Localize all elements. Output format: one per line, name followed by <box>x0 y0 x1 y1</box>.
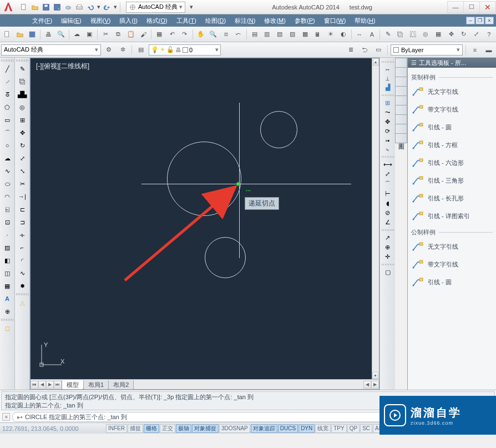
undo-icon[interactable] <box>85 2 95 12</box>
dim-ord-icon[interactable]: ⊢ <box>385 190 391 198</box>
status-toggle-tpy[interactable]: TPY <box>331 424 346 433</box>
xline-icon[interactable]: ⟋ <box>1 76 13 87</box>
plot-icon[interactable]: 🖶 <box>42 28 54 41</box>
layer-state-icon[interactable]: ▭ <box>372 44 384 56</box>
palette-item[interactable]: 引线 - 方框 <box>409 136 495 154</box>
zoom-rt-icon[interactable]: 🔍 <box>207 28 219 41</box>
palette-item[interactable]: 带文字引线 <box>409 100 495 118</box>
status-toggle-对象捕捉[interactable]: 对象捕捉 <box>192 424 219 433</box>
dim-ang-icon[interactable]: ∠ <box>385 219 391 226</box>
offset-icon[interactable]: ◎ <box>16 102 28 113</box>
move2-icon[interactable]: ✥ <box>385 118 390 125</box>
help-icon[interactable]: ? <box>483 28 495 41</box>
markup-icon[interactable]: ▩ <box>299 28 311 41</box>
polyline-icon[interactable]: ᘔ <box>1 89 13 100</box>
palette-item[interactable]: 引线 - 详图索引 <box>409 207 495 225</box>
menu-n[interactable]: 标注(N) <box>230 14 260 27</box>
tab-first-icon[interactable]: ⏮ <box>31 381 38 389</box>
chamfer-icon[interactable]: ⌐ <box>16 242 28 253</box>
palette-item[interactable]: 引线 - 六边形 <box>409 154 495 172</box>
hatch-icon[interactable]: ▨ <box>1 242 13 253</box>
mirror-icon[interactable]: ▟▙ <box>16 89 28 100</box>
status-toggle-dyn[interactable]: DYN <box>298 424 315 433</box>
text-icon[interactable]: A <box>366 28 378 41</box>
tab-layout2[interactable]: 布局2 <box>108 380 134 390</box>
tolerance-icon[interactable]: ⊕ <box>385 244 390 251</box>
maximize-button[interactable]: ☐ <box>463 1 480 13</box>
menu-f[interactable]: 文件(F) <box>28 14 57 27</box>
align-icon[interactable]: ⍀ <box>386 146 389 153</box>
paste-icon[interactable]: 📋 <box>125 28 137 41</box>
mtext-icon[interactable]: A <box>1 293 13 304</box>
rotate2-icon[interactable]: ⟳ <box>385 128 390 135</box>
tool-palette-body[interactable]: 英制样例 无文字引线带文字引线引线 - 圆引线 - 方框引线 - 六边形引线 -… <box>408 68 496 390</box>
palette-tab[interactable]: 机械 <box>395 95 407 105</box>
polygon-icon[interactable]: ⬠ <box>1 102 13 113</box>
break1-icon[interactable]: ⊏ <box>16 204 28 215</box>
table-icon[interactable]: ▦ <box>1 280 13 291</box>
grip-icon[interactable] <box>382 229 394 231</box>
undo-drop-icon[interactable]: ▾ <box>97 2 101 12</box>
color-combo[interactable]: ByLayer ▾ <box>391 44 463 56</box>
rotate-icon[interactable]: ↻ <box>458 28 470 41</box>
centermark-icon[interactable]: ✛ <box>385 253 390 260</box>
mdi-restore-button[interactable]: ❐ <box>475 17 484 24</box>
status-toggle-infer[interactable]: INFER <box>106 424 127 433</box>
redo-icon[interactable] <box>102 2 112 12</box>
palette-item[interactable]: 无文字引线 <box>409 83 495 100</box>
grip-icon[interactable] <box>16 59 28 62</box>
palette-tab[interactable]: 电力 <box>395 105 407 115</box>
blend-icon[interactable]: ∿ <box>16 268 28 279</box>
workspace-quick-combo[interactable]: AutoCAD 经典 ▾ <box>126 2 185 13</box>
circle-icon[interactable]: ○ <box>1 140 13 151</box>
mdi-minimize-button[interactable]: – <box>466 17 475 24</box>
palette-item[interactable]: 引线 - 圆 <box>409 118 495 136</box>
block-icon[interactable]: ▦ <box>153 28 165 41</box>
rectangle-icon[interactable]: ▭ <box>1 114 13 125</box>
palette-item[interactable]: 引线 - 长孔形 <box>409 189 495 207</box>
tp-icon[interactable]: ▧ <box>274 28 286 41</box>
palette-tab[interactable]: 结构 <box>395 124 407 134</box>
saveas-icon[interactable] <box>52 2 62 12</box>
scroll-right-icon[interactable]: ▶ <box>371 381 379 389</box>
pan-icon[interactable]: ✋ <box>195 28 207 41</box>
status-toggle-正交[interactable]: 正交 <box>160 424 175 433</box>
drawing-canvas[interactable]: [-][俯视][二维线框] ⌖ ⋯ 递延切点 YX <box>31 58 379 379</box>
erase-icon[interactable]: ✎ <box>16 63 28 74</box>
zoom-prev-icon[interactable]: ⤺ <box>232 28 245 41</box>
minimize-button[interactable]: — <box>447 1 464 13</box>
palette-item[interactable]: 引线 - 三角形 <box>409 172 495 189</box>
array-icon[interactable]: ▦ <box>432 28 444 41</box>
scroll-left-icon[interactable]: ◀ <box>363 381 371 389</box>
move-icon[interactable]: ✥ <box>445 28 457 41</box>
linetype-icon[interactable]: ≡ <box>469 44 481 56</box>
block-icon[interactable]: ⊡ <box>1 217 13 228</box>
copy-icon[interactable]: ⧉ <box>112 28 124 41</box>
qat-overflow-icon[interactable]: ▾ <box>186 2 196 12</box>
distance-icon[interactable]: ↔ <box>384 66 391 73</box>
palette-item[interactable]: 无文字引线 <box>409 238 495 255</box>
cut-icon[interactable]: ✂ <box>99 28 112 41</box>
mirror-icon[interactable]: ▟ <box>386 84 390 91</box>
trim-icon[interactable]: ✂ <box>16 178 28 189</box>
coords-readout[interactable]: 122.7691, 213.0645, 0.0000 <box>0 425 105 432</box>
lineweight-icon[interactable]: ▬ <box>483 44 495 56</box>
fillet-icon[interactable]: ◜ <box>16 255 28 266</box>
arc-icon[interactable]: ⌒ <box>1 127 13 138</box>
palette-tab[interactable]: 建模 <box>395 58 407 68</box>
snap-end-icon[interactable]: ◻ <box>1 323 13 334</box>
status-toggle-3dosnap[interactable]: 3DOSNAP <box>219 424 250 433</box>
offset-icon[interactable]: ◎ <box>420 28 432 41</box>
status-toggle-捕捉[interactable]: 捕捉 <box>128 424 143 433</box>
status-toggle-线宽[interactable]: 线宽 <box>315 424 331 433</box>
grip-icon[interactable] <box>382 156 394 158</box>
menu-w[interactable]: 窗口(W) <box>320 14 351 27</box>
menu-o[interactable]: 格式(O) <box>142 14 172 27</box>
menu-e[interactable]: 编辑(E) <box>57 14 86 27</box>
open-icon[interactable] <box>30 2 40 12</box>
tab-layout1[interactable]: 布局1 <box>83 380 109 390</box>
save-icon[interactable] <box>41 2 51 12</box>
redo-drop-icon[interactable]: ▾ <box>113 2 118 12</box>
erase-icon[interactable]: ✎ <box>382 28 394 41</box>
layer-combo[interactable]: 💡 ☀ 🔓 🖶 0 ▾ <box>149 44 221 56</box>
